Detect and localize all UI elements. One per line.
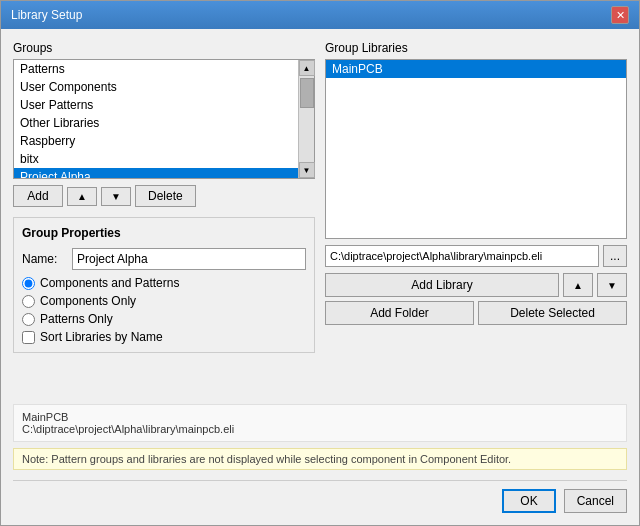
add-library-row: Add Library ▲ ▼ [325,273,627,297]
radio-both-label: Components and Patterns [40,276,179,290]
delete-group-button[interactable]: Delete [135,185,196,207]
name-row: Name: [22,248,306,270]
folder-delete-row: Add Folder Delete Selected [325,301,627,325]
library-list-item-selected[interactable]: MainPCB [326,60,626,78]
footer-row: OK Cancel [13,480,627,513]
groups-list-container: Patterns User Components User Patterns O… [13,59,315,179]
radio-components-only-row: Components Only [22,294,306,308]
move-down-button[interactable]: ▼ [101,187,131,206]
radio-both[interactable] [22,277,35,290]
browse-button[interactable]: ... [603,245,627,267]
list-item[interactable]: bitx [14,150,298,168]
radio-components-and-patterns: Components and Patterns [22,276,306,290]
right-panel: Group Libraries MainPCB ... Add Library … [325,41,627,394]
group-properties-section: Group Properties Name: Components and Pa… [13,217,315,353]
delete-selected-button[interactable]: Delete Selected [478,301,627,325]
add-group-button[interactable]: Add [13,185,63,207]
add-library-button[interactable]: Add Library [325,273,559,297]
radio-patterns-only[interactable] [22,313,35,326]
title-bar: Library Setup ✕ [1,1,639,29]
group-libraries-listbox[interactable]: MainPCB [325,59,627,239]
close-button[interactable]: ✕ [611,6,629,24]
sort-checkbox-label: Sort Libraries by Name [40,330,163,344]
library-down-button[interactable]: ▼ [597,273,627,297]
scroll-thumb[interactable] [300,78,314,108]
sort-checkbox-row: Sort Libraries by Name [22,330,306,344]
list-item[interactable]: Other Libraries [14,114,298,132]
groups-label: Groups [13,41,315,55]
name-input[interactable] [72,248,306,270]
left-panel: Groups Patterns User Components User Pat… [13,41,315,394]
radio-patterns-only-label: Patterns Only [40,312,113,326]
info-path: C:\diptrace\project\Alpha\library\mainpc… [22,423,618,435]
name-label: Name: [22,252,72,266]
sort-checkbox[interactable] [22,331,35,344]
list-item[interactable]: Raspberry [14,132,298,150]
note-text: Note: Pattern groups and libraries are n… [22,453,511,465]
radio-components-only[interactable] [22,295,35,308]
dialog-body: Groups Patterns User Components User Pat… [1,29,639,525]
move-up-button[interactable]: ▲ [67,187,97,206]
info-name: MainPCB [22,411,618,423]
main-row: Groups Patterns User Components User Pat… [13,41,627,394]
list-item[interactable]: User Components [14,78,298,96]
library-up-button[interactable]: ▲ [563,273,593,297]
library-path-input[interactable] [325,245,599,267]
dialog-title: Library Setup [11,8,82,22]
add-folder-button[interactable]: Add Folder [325,301,474,325]
list-item[interactable]: User Patterns [14,96,298,114]
list-item-selected[interactable]: Project Alpha [14,168,298,178]
groups-btn-row: Add ▲ ▼ Delete [13,185,315,207]
scroll-down-arrow[interactable]: ▼ [299,162,315,178]
path-row: ... [325,245,627,267]
scrollbar: ▲ ▼ [298,60,314,178]
cancel-button[interactable]: Cancel [564,489,627,513]
ok-button[interactable]: OK [502,489,555,513]
list-item[interactable]: Patterns [14,60,298,78]
radio-patterns-only-row: Patterns Only [22,312,306,326]
library-setup-dialog: Library Setup ✕ Groups Patterns User Com… [0,0,640,526]
group-libraries-label: Group Libraries [325,41,627,55]
group-properties-title: Group Properties [22,226,306,240]
groups-listbox[interactable]: Patterns User Components User Patterns O… [14,60,298,178]
radio-components-only-label: Components Only [40,294,136,308]
note-section: Note: Pattern groups and libraries are n… [13,448,627,470]
info-section: MainPCB C:\diptrace\project\Alpha\librar… [13,404,627,442]
scroll-up-arrow[interactable]: ▲ [299,60,315,76]
